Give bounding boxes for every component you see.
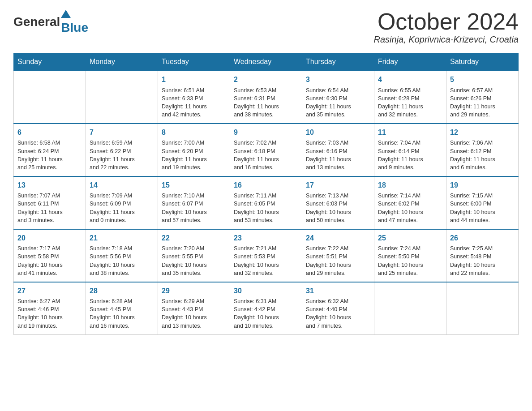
day-info: Sunrise: 6:54 AM Sunset: 6:30 PM Dayligh… [306,86,370,119]
day-info: Sunrise: 7:07 AM Sunset: 6:11 PM Dayligh… [17,192,82,224]
day-number: 30 [234,286,298,296]
calendar-cell: 27Sunrise: 6:27 AM Sunset: 4:46 PM Dayli… [14,282,86,334]
calendar-table: SundayMondayTuesdayWednesdayThursdayFrid… [13,53,519,334]
day-number: 21 [90,233,154,243]
day-info: Sunrise: 7:21 AM Sunset: 5:53 PM Dayligh… [234,244,298,277]
day-number: 6 [17,128,82,137]
day-number: 10 [306,128,370,137]
header-friday: Friday [374,53,446,71]
day-info: Sunrise: 6:57 AM Sunset: 6:26 PM Dayligh… [450,86,515,119]
week-row-3: 13Sunrise: 7:07 AM Sunset: 6:11 PM Dayli… [14,176,519,229]
calendar-cell [86,71,158,124]
week-row-4: 20Sunrise: 7:17 AM Sunset: 5:58 PM Dayli… [14,229,519,282]
calendar-cell: 10Sunrise: 7:03 AM Sunset: 6:16 PM Dayli… [302,124,374,176]
calendar-cell: 5Sunrise: 6:57 AM Sunset: 6:26 PM Daylig… [446,71,519,124]
calendar-cell: 17Sunrise: 7:13 AM Sunset: 6:03 PM Dayli… [302,176,374,229]
logo: General Blue [13,9,88,35]
day-info: Sunrise: 6:32 AM Sunset: 4:40 PM Dayligh… [306,297,370,330]
calendar-cell [374,282,446,334]
day-number: 27 [17,286,82,296]
calendar-cell: 26Sunrise: 7:25 AM Sunset: 5:48 PM Dayli… [446,229,519,282]
day-number: 2 [234,75,298,85]
calendar-cell: 6Sunrise: 6:58 AM Sunset: 6:24 PM Daylig… [14,124,86,176]
day-number: 15 [162,180,226,190]
day-number: 12 [450,128,515,137]
calendar-cell: 11Sunrise: 7:04 AM Sunset: 6:14 PM Dayli… [374,124,446,176]
calendar-cell: 4Sunrise: 6:55 AM Sunset: 6:28 PM Daylig… [374,71,446,124]
calendar-header-row: SundayMondayTuesdayWednesdayThursdayFrid… [14,53,519,71]
day-info: Sunrise: 7:00 AM Sunset: 6:20 PM Dayligh… [162,139,226,171]
day-info: Sunrise: 7:03 AM Sunset: 6:16 PM Dayligh… [306,139,370,171]
day-number: 7 [90,128,154,137]
header-sunday: Sunday [14,53,86,71]
day-info: Sunrise: 7:04 AM Sunset: 6:14 PM Dayligh… [378,139,442,171]
week-row-5: 27Sunrise: 6:27 AM Sunset: 4:46 PM Dayli… [14,282,519,334]
day-number: 8 [162,128,226,137]
calendar-cell: 20Sunrise: 7:17 AM Sunset: 5:58 PM Dayli… [14,229,86,282]
day-number: 31 [306,286,370,296]
day-info: Sunrise: 7:25 AM Sunset: 5:48 PM Dayligh… [450,244,515,277]
day-info: Sunrise: 6:53 AM Sunset: 6:31 PM Dayligh… [234,86,298,119]
day-number: 11 [378,128,442,137]
day-number: 20 [17,233,82,243]
day-info: Sunrise: 7:18 AM Sunset: 5:56 PM Dayligh… [90,244,154,277]
day-info: Sunrise: 7:02 AM Sunset: 6:18 PM Dayligh… [234,139,298,171]
calendar-cell: 9Sunrise: 7:02 AM Sunset: 6:18 PM Daylig… [230,124,302,176]
day-info: Sunrise: 6:27 AM Sunset: 4:46 PM Dayligh… [17,297,82,330]
week-row-2: 6Sunrise: 6:58 AM Sunset: 6:24 PM Daylig… [14,124,519,176]
header-monday: Monday [86,53,158,71]
calendar-cell: 29Sunrise: 6:29 AM Sunset: 4:43 PM Dayli… [158,282,230,334]
day-number: 23 [234,233,298,243]
logo-triangle-icon [61,9,71,19]
header-tuesday: Tuesday [158,53,230,71]
calendar-cell: 31Sunrise: 6:32 AM Sunset: 4:40 PM Dayli… [302,282,374,334]
calendar-cell: 14Sunrise: 7:09 AM Sunset: 6:09 PM Dayli… [86,176,158,229]
day-number: 9 [234,128,298,137]
day-info: Sunrise: 6:31 AM Sunset: 4:42 PM Dayligh… [234,297,298,330]
day-number: 4 [378,75,442,85]
logo-blue-part: Blue [61,9,88,35]
calendar-cell: 21Sunrise: 7:18 AM Sunset: 5:56 PM Dayli… [86,229,158,282]
day-info: Sunrise: 7:24 AM Sunset: 5:50 PM Dayligh… [378,244,442,277]
day-number: 14 [90,180,154,190]
calendar-cell: 30Sunrise: 6:31 AM Sunset: 4:42 PM Dayli… [230,282,302,334]
logo-text: General Blue [13,9,88,35]
calendar-cell: 8Sunrise: 7:00 AM Sunset: 6:20 PM Daylig… [158,124,230,176]
location-text: Rasinja, Koprivnica-Krizevci, Croatia [374,34,519,45]
day-info: Sunrise: 7:20 AM Sunset: 5:55 PM Dayligh… [162,244,226,277]
calendar-cell: 15Sunrise: 7:10 AM Sunset: 6:07 PM Dayli… [158,176,230,229]
calendar-cell [446,282,519,334]
day-number: 29 [162,286,226,296]
calendar-cell: 24Sunrise: 7:22 AM Sunset: 5:51 PM Dayli… [302,229,374,282]
day-number: 13 [17,180,82,190]
day-number: 19 [450,180,515,190]
header-wednesday: Wednesday [230,53,302,71]
day-number: 5 [450,75,515,85]
page-header: General Blue October 2024 Rasinja, Kopri… [13,9,519,45]
calendar-cell [14,71,86,124]
calendar-cell: 1Sunrise: 6:51 AM Sunset: 6:33 PM Daylig… [158,71,230,124]
day-info: Sunrise: 6:58 AM Sunset: 6:24 PM Dayligh… [17,139,82,171]
calendar-cell: 25Sunrise: 7:24 AM Sunset: 5:50 PM Dayli… [374,229,446,282]
calendar-cell: 7Sunrise: 6:59 AM Sunset: 6:22 PM Daylig… [86,124,158,176]
day-info: Sunrise: 6:55 AM Sunset: 6:28 PM Dayligh… [378,86,442,119]
day-info: Sunrise: 6:28 AM Sunset: 4:45 PM Dayligh… [90,297,154,330]
day-number: 22 [162,233,226,243]
logo-general: General [13,15,60,29]
day-info: Sunrise: 7:14 AM Sunset: 6:02 PM Dayligh… [378,192,442,224]
title-area: October 2024 Rasinja, Koprivnica-Krizevc… [374,9,519,45]
calendar-cell: 18Sunrise: 7:14 AM Sunset: 6:02 PM Dayli… [374,176,446,229]
day-number: 1 [162,75,226,85]
day-number: 17 [306,180,370,190]
calendar-cell: 22Sunrise: 7:20 AM Sunset: 5:55 PM Dayli… [158,229,230,282]
day-number: 16 [234,180,298,190]
day-info: Sunrise: 6:29 AM Sunset: 4:43 PM Dayligh… [162,297,226,330]
day-number: 18 [378,180,442,190]
calendar-cell: 23Sunrise: 7:21 AM Sunset: 5:53 PM Dayli… [230,229,302,282]
calendar-cell: 19Sunrise: 7:15 AM Sunset: 6:00 PM Dayli… [446,176,519,229]
day-info: Sunrise: 7:13 AM Sunset: 6:03 PM Dayligh… [306,192,370,224]
day-number: 25 [378,233,442,243]
calendar-cell: 2Sunrise: 6:53 AM Sunset: 6:31 PM Daylig… [230,71,302,124]
header-saturday: Saturday [446,53,519,71]
day-info: Sunrise: 7:22 AM Sunset: 5:51 PM Dayligh… [306,244,370,277]
